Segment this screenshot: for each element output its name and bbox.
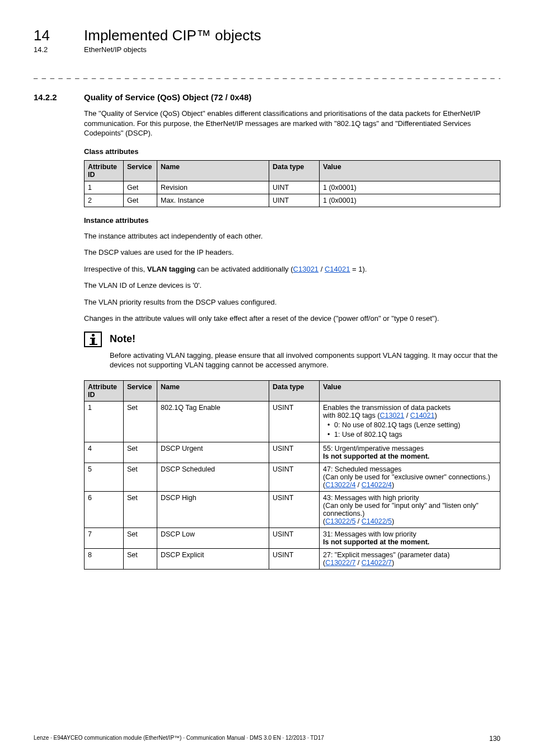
text: ) xyxy=(434,412,437,419)
text: / xyxy=(355,559,361,567)
link-c13022-4[interactable]: C13022/4 xyxy=(325,481,355,489)
page-footer: Lenze · E94AYCEO communication module (E… xyxy=(34,735,500,743)
cell: USINT xyxy=(269,548,320,569)
text: ) xyxy=(392,559,394,567)
subsection-heading: 14.2.2 Quality of Service (QoS) Object (… xyxy=(34,92,500,102)
cell: 2 xyxy=(85,194,124,207)
cell: Set xyxy=(124,548,157,569)
cell: Get xyxy=(124,194,157,207)
cell: USINT xyxy=(269,528,320,548)
cell: 31: Messages with low priority Is not su… xyxy=(320,528,500,548)
note-box: Note! Before activating VLAN tagging, pl… xyxy=(84,332,500,370)
cell: DSCP High xyxy=(157,491,269,528)
text: 31: Messages with low priority xyxy=(323,530,416,538)
text: with 802.1Q tags ( xyxy=(323,412,380,419)
table-row: 7 Set DSCP Low USINT 31: Messages with l… xyxy=(85,528,500,548)
cell: Get xyxy=(124,181,157,194)
intro-paragraph: The "Quality of Service (QoS) Object" en… xyxy=(84,109,500,138)
link-c14022-5[interactable]: C14022/5 xyxy=(362,517,392,525)
subsection-title: Quality of Service (QoS) Object (72 / 0x… xyxy=(84,92,251,102)
paragraph: The VLAN priority results from the DSCP … xyxy=(84,297,500,307)
note-header: Note! xyxy=(84,332,500,347)
cell: 1 (0x0001) xyxy=(320,181,500,194)
cell: Max. Instance xyxy=(157,194,269,207)
col-attribute-id: Attribute ID xyxy=(85,381,124,402)
cell: USINT xyxy=(269,442,320,463)
note-body: Before activating VLAN tagging, please e… xyxy=(110,351,500,370)
text: (Can only be used for "exclusive owner" … xyxy=(323,473,490,481)
info-icon xyxy=(84,332,102,347)
col-name: Name xyxy=(157,381,269,402)
text: ) xyxy=(392,517,394,525)
cell: DSCP Low xyxy=(157,528,269,548)
link-c14022-7[interactable]: C14022/7 xyxy=(362,559,392,567)
table-row: 5 Set DSCP Scheduled USINT 47: Scheduled… xyxy=(85,463,500,491)
footer-text: Lenze · E94AYCEO communication module (E… xyxy=(34,735,324,743)
cell: Set xyxy=(124,402,157,442)
instance-attributes-heading: Instance attributes xyxy=(84,216,500,225)
link-c13021[interactable]: C13021 xyxy=(380,412,404,419)
paragraph: Changes in the attribute values will onl… xyxy=(84,314,500,324)
cell: Set xyxy=(124,491,157,528)
cell: 7 xyxy=(85,528,124,548)
cell: UINT xyxy=(269,181,320,194)
table-header-row: Attribute ID Service Name Data type Valu… xyxy=(85,381,500,402)
section-title: EtherNet/IP objects xyxy=(84,45,147,54)
vlan-tagging-bold: VLAN tagging xyxy=(147,265,195,273)
paragraph: Irrespective of this, VLAN tagging can b… xyxy=(84,264,500,274)
cell: 43: Messages with high priority (Can onl… xyxy=(320,491,500,528)
cell: 1 xyxy=(85,402,124,442)
col-name: Name xyxy=(157,160,269,181)
link-c14022-4[interactable]: C14022/4 xyxy=(362,481,392,489)
table-header-row: Attribute ID Service Name Data type Valu… xyxy=(85,160,500,181)
text: ) xyxy=(392,481,394,489)
cell: 27: "Explicit messages" (parameter data)… xyxy=(320,548,500,569)
list-item: 1: Use of 802.1Q tags xyxy=(330,430,496,440)
page: 14 Implemented CIP™ objects 14.2 EtherNe… xyxy=(0,0,534,756)
paragraph: The VLAN ID of Lenze devices is '0'. xyxy=(84,281,500,291)
col-value: Value xyxy=(320,381,500,402)
text: Irrespective of this, xyxy=(84,265,147,273)
content: The "Quality of Service (QoS) Object" en… xyxy=(84,109,500,570)
table-row: 1 Get Revision UINT 1 (0x0001) xyxy=(85,181,500,194)
text: / xyxy=(404,412,410,419)
text: / xyxy=(355,517,361,525)
class-attributes-heading: Class attributes xyxy=(84,147,500,156)
not-supported: Is not supported at the moment. xyxy=(323,452,429,460)
paragraph: The DSCP values are used for the IP head… xyxy=(84,248,500,258)
col-value: Value xyxy=(320,160,500,181)
list-item: 0: No use of 802.1Q tags (Lenze setting) xyxy=(330,421,496,430)
cell: USINT xyxy=(269,463,320,491)
col-data-type: Data type xyxy=(269,160,320,181)
cell: USINT xyxy=(269,402,320,442)
cell: UINT xyxy=(269,194,320,207)
table-row: 4 Set DSCP Urgent USINT 55: Urgent/imper… xyxy=(85,442,500,463)
link-c13022-5[interactable]: C13022/5 xyxy=(325,517,355,525)
link-c13022-7[interactable]: C13022/7 xyxy=(325,559,355,567)
chapter-title: Implemented CIP™ objects xyxy=(84,27,261,44)
cell: 4 xyxy=(85,442,124,463)
cell: 1 xyxy=(85,181,124,194)
subsection-number: 14.2.2 xyxy=(34,92,84,102)
cell: 55: Urgent/imperative messages Is not su… xyxy=(320,442,500,463)
text: 47: Scheduled messages xyxy=(323,465,401,473)
link-c14021[interactable]: C14021 xyxy=(410,412,435,419)
link-c14021[interactable]: C14021 xyxy=(325,265,350,273)
chapter-header: 14 Implemented CIP™ objects xyxy=(34,27,500,44)
text: = 1). xyxy=(350,265,367,273)
paragraph: The instance attributes act independentl… xyxy=(84,231,500,241)
text: can be activated additionally ( xyxy=(195,265,293,273)
cell: Set xyxy=(124,442,157,463)
not-supported: Is not supported at the moment. xyxy=(323,538,429,546)
cell: DSCP Urgent xyxy=(157,442,269,463)
link-c13021[interactable]: C13021 xyxy=(293,265,319,273)
section-number: 14.2 xyxy=(34,45,84,54)
text: / xyxy=(355,481,361,489)
cell: DSCP Scheduled xyxy=(157,463,269,491)
class-attributes-table: Attribute ID Service Name Data type Valu… xyxy=(84,160,500,207)
table-row: 6 Set DSCP High USINT 43: Messages with … xyxy=(85,491,500,528)
cell: 802.1Q Tag Enable xyxy=(157,402,269,442)
section-header: 14.2 EtherNet/IP objects xyxy=(34,45,500,54)
cell: Set xyxy=(124,528,157,548)
table-row: 1 Set 802.1Q Tag Enable USINT Enables th… xyxy=(85,402,500,442)
